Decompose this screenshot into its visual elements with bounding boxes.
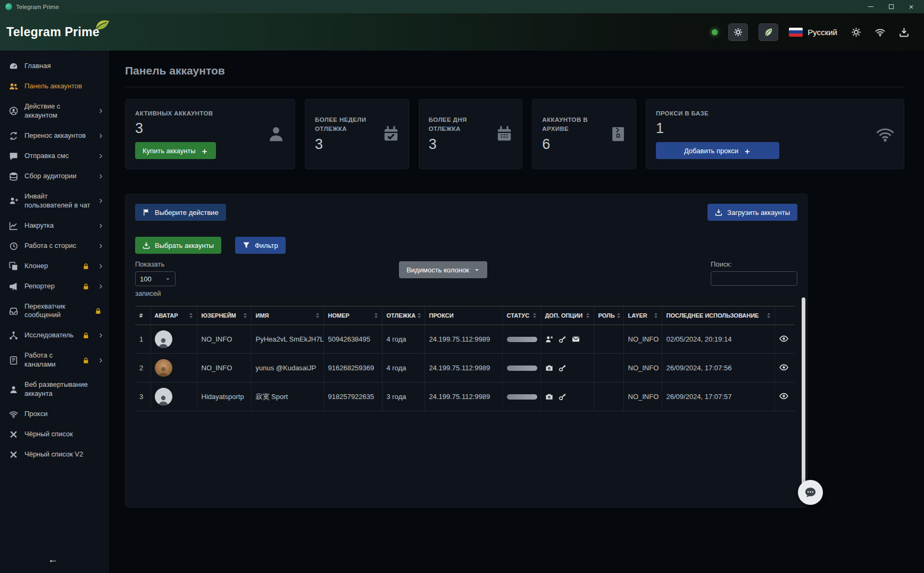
cell-proxy: 24.199.75.112:9989 — [424, 325, 502, 354]
sidebar-item-accounts-panel[interactable]: Панель аккаунтов — [0, 77, 109, 96]
minimize-button[interactable] — [862, 2, 879, 12]
status-progress-pill — [507, 337, 537, 342]
chevron-right-icon — [98, 198, 104, 204]
sort-icon — [654, 313, 657, 318]
close-button[interactable]: × — [903, 2, 920, 12]
select-action-button[interactable]: Выберите действие — [135, 204, 226, 221]
sidebar-item-label: Перехватчик сообщений — [24, 302, 88, 320]
envelope-icon[interactable] — [572, 335, 580, 343]
sidebar-item-interceptor[interactable]: Перехватчик сообщений — [0, 297, 109, 325]
plus-icon: ＋ — [201, 147, 209, 155]
sidebar-item-proxy[interactable]: Прокси — [0, 405, 109, 423]
show-label: Показать — [135, 260, 176, 268]
user-remove-icon[interactable] — [545, 335, 553, 343]
col-header-phone[interactable]: НОМЕР — [323, 306, 382, 325]
sidebar-item-channels[interactable]: Работа с каналами — [0, 346, 109, 374]
minimize-icon — [868, 6, 873, 7]
table-row[interactable]: 3 Hidayatsportp 寂寞 Sport 918257922635 3 … — [135, 383, 795, 411]
table-row[interactable]: 1 NO_INFO PyHea2vL SmEkJH7L 50942638495 … — [135, 325, 795, 354]
sidebar-item-blacklist-v2[interactable]: Чёрный список V2 — [0, 445, 109, 464]
cell-role — [594, 325, 623, 354]
col-header-options[interactable]: ДОП. ОПЦИИ — [540, 306, 594, 325]
sidebar-item-account-action[interactable]: Действие с аккаунтом — [0, 97, 109, 125]
caret-down-icon — [474, 267, 480, 273]
proxy-wifi-icon[interactable] — [875, 27, 885, 37]
key-icon[interactable] — [559, 364, 567, 372]
col-header-proxy[interactable]: ПРОКСИ — [424, 306, 502, 325]
key-icon[interactable] — [559, 393, 567, 401]
stat-value: 3 — [315, 136, 383, 153]
search-control: Поиск: — [711, 260, 797, 286]
camera-icon[interactable] — [545, 364, 553, 372]
camera-icon[interactable] — [545, 393, 553, 401]
user-icon — [267, 125, 285, 143]
user-icon — [157, 337, 170, 348]
sidebar-item-researcher[interactable]: Исследователь — [0, 326, 109, 345]
choose-accounts-button[interactable]: Выбрать аккаунты — [135, 237, 221, 254]
settings-toggle-button[interactable] — [728, 23, 748, 41]
download-icon[interactable] — [899, 27, 909, 37]
divider — [125, 87, 904, 87]
key-icon[interactable] — [559, 335, 567, 343]
avatar — [155, 330, 172, 348]
col-header-avatar[interactable]: АВАТАР — [150, 306, 197, 325]
sidebar-item-blacklist[interactable]: Чёрный список — [0, 425, 109, 444]
stat-label: АККАУНТОВ В АРХИВЕ — [542, 115, 610, 133]
sidebar-item-account-transfer[interactable]: Перенос аккаунтов — [0, 127, 109, 145]
eye-icon[interactable] — [779, 334, 788, 343]
sidebar-item-label: Главная — [24, 62, 104, 71]
column-visibility-button[interactable]: Видимость колонок — [399, 261, 487, 278]
sidebar-item-stories[interactable]: Работа с сторис — [0, 237, 109, 255]
cell-last-used: 26/09/2024, 17:07:56 — [662, 354, 775, 383]
sidebar-collapse-button[interactable]: ← — [0, 550, 109, 568]
sidebar-item-invite[interactable]: Инвайт пользователей в чат — [0, 187, 109, 215]
search-input[interactable] — [711, 271, 797, 286]
eye-icon[interactable] — [779, 363, 788, 372]
stat-card-week-aging: БОЛЕЕ НЕДЕЛИ ОТЛЕЖКА 3 — [305, 99, 409, 169]
sidebar-item-reporter[interactable]: Репортер — [0, 277, 109, 296]
stat-value: 6 — [542, 136, 610, 153]
lock-icon — [95, 308, 102, 314]
sidebar-item-sms[interactable]: Отправка смс — [0, 147, 109, 165]
cell-role — [594, 383, 623, 411]
chat-support-button[interactable] — [798, 480, 823, 505]
sidebar-item-boost[interactable]: Накрутка — [0, 217, 109, 235]
accounts-panel: Выберите действие Загрузить аккаунты Выб… — [125, 194, 808, 508]
table-row[interactable]: 2 NO_INFO yunus @KudasaiJP 916268259369 … — [135, 354, 795, 383]
col-header-layer[interactable]: LAYER — [623, 306, 662, 325]
cell-num: 2 — [135, 354, 150, 383]
filter-button[interactable]: Фильтр — [235, 237, 286, 254]
col-header-status[interactable]: СТАТУС — [502, 306, 540, 325]
add-proxy-button[interactable]: Добавить прокси＋ — [656, 142, 779, 159]
sidebar-item-audience[interactable]: Сбор аудитории — [0, 167, 109, 186]
cell-username: NO_INFO — [197, 354, 251, 383]
eye-icon[interactable] — [779, 392, 788, 401]
maximize-button[interactable] — [883, 2, 900, 12]
chat-icon — [9, 152, 18, 161]
col-header-username[interactable]: ЮЗЕРНЕЙМ — [197, 306, 251, 325]
chevron-right-icon — [98, 133, 104, 139]
col-header-name[interactable]: ИМЯ — [251, 306, 323, 325]
sidebar-item-web-deploy[interactable]: Веб развертывание аккаунта — [0, 376, 109, 403]
table-scrollbar-track — [802, 297, 805, 499]
language-selector[interactable]: Русский — [789, 28, 837, 37]
col-header-role[interactable]: РОЛЬ — [594, 306, 623, 325]
sidebar-item-cloner[interactable]: Клонер — [0, 257, 109, 276]
settings-gear-icon[interactable] — [851, 27, 861, 37]
buy-accounts-button[interactable]: Купить аккаунты＋ — [135, 142, 216, 159]
sidebar-item-label: Исследователь — [24, 331, 76, 340]
load-accounts-button[interactable]: Загрузить аккаунты — [707, 204, 797, 221]
download-icon — [143, 242, 150, 249]
database-icon — [9, 172, 18, 181]
cell-name: yunus @KudasaiJP — [251, 354, 323, 383]
table-scrollbar-thumb[interactable] — [802, 297, 805, 499]
cell-aging: 4 года — [382, 354, 424, 383]
col-header-last-used[interactable]: ПОСЛЕДНЕЕ ИСПОЛЬЗОВАНИЕ — [662, 306, 775, 325]
sidebar-item-home[interactable]: Главная — [0, 57, 109, 76]
col-header-num[interactable]: # — [135, 306, 150, 325]
stat-card-day-aging: БОЛЕЕ ДНЯ ОТЛЕЖКА 3 — [419, 99, 523, 169]
stat-label: БОЛЕЕ НЕДЕЛИ ОТЛЕЖКА — [315, 115, 383, 133]
entries-select[interactable]: 100 — [135, 271, 176, 286]
col-header-aging[interactable]: ОТЛЕЖКА — [382, 306, 424, 325]
theme-toggle-button[interactable] — [759, 23, 778, 41]
